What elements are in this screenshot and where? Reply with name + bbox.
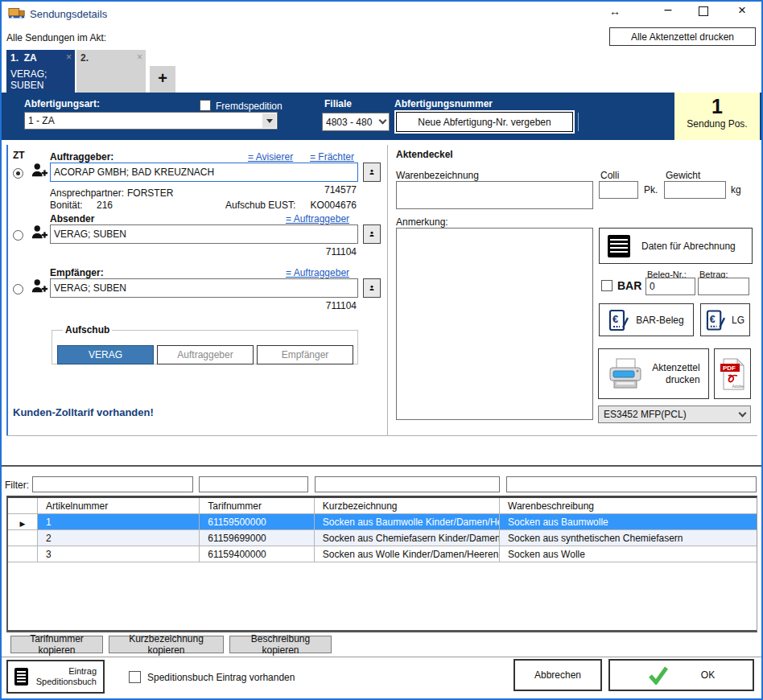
- cell-kurzbezeichnung: Socken aus Baumwolle Kinder/Damen/Herren: [315, 514, 500, 529]
- aktenzettel-drucken-button[interactable]: Aktenzettel drucken: [598, 348, 709, 399]
- add-person-icon[interactable]: [31, 224, 48, 244]
- daten-fuer-abrechnung-button[interactable]: Daten für Abrechnung: [599, 228, 753, 264]
- printer-select[interactable]: ES3452 MFP(PCL): [598, 406, 751, 423]
- auftraggeber-radio[interactable]: [13, 168, 23, 179]
- aufschub-legend: Aufschub: [63, 324, 112, 336]
- absender-radio[interactable]: [13, 230, 23, 241]
- betrag-input[interactable]: [698, 278, 749, 295]
- empfaenger-auftraggeber-link[interactable]: = Auftraggeber: [286, 267, 349, 278]
- bonitaet-label: Bonität:: [50, 200, 83, 211]
- combo-arrow-icon[interactable]: [262, 113, 276, 128]
- cell-kurzbezeichnung: Socken aus Wolle Kinder/Damen/Heeren: [315, 546, 500, 562]
- warenbezeichnung-input[interactable]: [396, 181, 593, 209]
- absender-auftraggeber-link[interactable]: = Auftraggeber: [286, 213, 349, 224]
- col-header-tarifnummer[interactable]: Tarifnummer: [200, 498, 315, 513]
- colli-input[interactable]: [599, 181, 638, 199]
- copy-beschreibung-button[interactable]: Beschreibung kopieren: [229, 636, 332, 653]
- abfertigungsart-label: Abfertigungsart:: [24, 98, 100, 109]
- col-header-warenbeschreibung[interactable]: Warenbeschreibung: [500, 498, 757, 513]
- eintrag-label-2: Speditionsbuch: [36, 677, 97, 686]
- fraechter-link[interactable]: = Frächter: [310, 151, 354, 163]
- new-abfertigung-nr-button[interactable]: Neue Abfertigung-Nr. vergeben: [396, 112, 573, 132]
- table-row[interactable]: ▶ 1 61159500000 Socken aus Baumwolle Kin…: [8, 514, 757, 530]
- absender-input[interactable]: [50, 224, 358, 244]
- copy-kurzbezeichnung-button[interactable]: Kurzbezeichnung kopieren: [109, 636, 224, 653]
- abfertigungsart-combo[interactable]: 1 - ZA: [24, 112, 278, 130]
- bar-beleg-button[interactable]: € BAR-Beleg: [599, 303, 694, 336]
- abbrechen-button[interactable]: Abbrechen: [513, 659, 602, 691]
- lg-label: LG: [732, 315, 744, 326]
- cell-tarifnummer: 61159500000: [200, 514, 315, 529]
- eintrag-label-1: Eintrag: [68, 666, 97, 676]
- auftraggeber-number: 714577: [276, 184, 357, 196]
- shipment-tab-2[interactable]: 2. ×: [76, 50, 146, 93]
- empfaenger-input[interactable]: [50, 278, 358, 298]
- sendung-pos-label: Sendung Pos.: [674, 118, 760, 130]
- eintrag-speditionsbuch-button[interactable]: Eintrag Speditionsbuch: [6, 660, 105, 694]
- adobe-label: Adobe: [732, 384, 744, 389]
- table-row[interactable]: 3 61159400000 Socken aus Wolle Kinder/Da…: [8, 546, 757, 562]
- tab2-close-icon[interactable]: ×: [137, 51, 142, 63]
- add-shipment-button[interactable]: +: [150, 66, 175, 93]
- add-person-icon[interactable]: [31, 278, 48, 298]
- anmerkung-input[interactable]: [396, 228, 593, 420]
- all-shipments-label: Alle Sendungen im Akt:: [6, 32, 106, 43]
- empfaenger-radio[interactable]: [13, 284, 23, 294]
- shipment-tab-1[interactable]: 1. ZA VERAG; SUBEN ×: [6, 50, 75, 93]
- col-header-kurzbezeichnung[interactable]: Kurzbezeichnung: [315, 498, 500, 513]
- filter-input[interactable]: [315, 476, 500, 492]
- maximize-icon[interactable]: [699, 6, 708, 16]
- bar-checkbox[interactable]: [601, 280, 612, 291]
- resize-icon[interactable]: ↔: [607, 5, 623, 18]
- col-header-artikelnummer[interactable]: Artikelnummer: [38, 498, 200, 513]
- anmerkung-label: Anmerkung:: [396, 216, 448, 228]
- truck-icon: [8, 6, 26, 23]
- absender-label: Absender: [50, 213, 94, 224]
- cell-warenbeschreibung: Socken aus Baumwolle: [500, 514, 757, 529]
- aufschub-auftraggeber-button[interactable]: Auftraggeber: [157, 345, 254, 364]
- table-row[interactable]: 2 61159699000 Socken aus Chemiefasern Ki…: [8, 530, 757, 546]
- check-icon: [648, 665, 669, 685]
- print-all-aktenzettel-button[interactable]: Alle Aktenzettel drucken: [609, 27, 756, 46]
- absender-contact-button[interactable]: [363, 224, 381, 244]
- kunden-zolltarif-note: Kunden-Zolltarif vorhanden!: [13, 406, 154, 418]
- chevron-down-icon: [379, 117, 387, 125]
- avisierer-link[interactable]: = Avisierer: [248, 151, 293, 163]
- auftraggeber-input[interactable]: [50, 163, 358, 182]
- filter-input[interactable]: [506, 476, 757, 492]
- tab1-close-icon[interactable]: ×: [66, 51, 72, 63]
- sendung-pos-box: 1 Sendung Pos.: [674, 93, 760, 140]
- minimize-icon[interactable]: –: [660, 2, 676, 17]
- filter-input[interactable]: [32, 476, 193, 492]
- copy-tarifnummer-button[interactable]: Tarifnummer kopieren: [10, 636, 103, 653]
- aufschub-verag-button[interactable]: VERAG: [57, 345, 154, 364]
- lg-button[interactable]: € LG: [700, 303, 750, 336]
- pk-label: Pk.: [644, 184, 658, 196]
- abfertigungsnummer-label: Abfertigungsnummer: [394, 98, 493, 109]
- aktenzettel-label-1: Aktenzettel: [652, 362, 699, 373]
- gewicht-input[interactable]: [664, 181, 726, 199]
- add-person-icon[interactable]: [31, 162, 48, 182]
- tab1-code: ZA: [24, 52, 37, 64]
- pdf-button[interactable]: PDF Adobe: [714, 348, 751, 399]
- filter-input[interactable]: [199, 476, 308, 492]
- aufschub-empfaenger-button[interactable]: Empfänger: [257, 345, 353, 364]
- panels-bottom-border: [6, 435, 757, 436]
- person-icon: [369, 229, 375, 240]
- person-icon: [369, 167, 375, 178]
- ok-button[interactable]: OK: [608, 659, 754, 691]
- kg-label: kg: [731, 184, 741, 196]
- empfaenger-contact-button[interactable]: [363, 278, 381, 298]
- close-icon[interactable]: ×: [734, 2, 750, 19]
- abrechnung-button-label: Daten für Abrechnung: [641, 241, 736, 252]
- fremdspedition-checkbox[interactable]: [200, 100, 211, 111]
- table-section-top-border: [0, 465, 763, 467]
- auftraggeber-contact-button[interactable]: [363, 163, 381, 182]
- printer-icon: [607, 357, 644, 391]
- speditionsbuch-checkbox[interactable]: [129, 671, 141, 683]
- filiale-value: 4803 - 480: [326, 117, 374, 128]
- svg-text:€: €: [710, 313, 716, 324]
- ansprechpartner-value: FORSTER: [127, 187, 173, 199]
- filiale-combo[interactable]: 4803 - 480: [322, 113, 390, 131]
- beleg-nr-input[interactable]: [645, 278, 695, 295]
